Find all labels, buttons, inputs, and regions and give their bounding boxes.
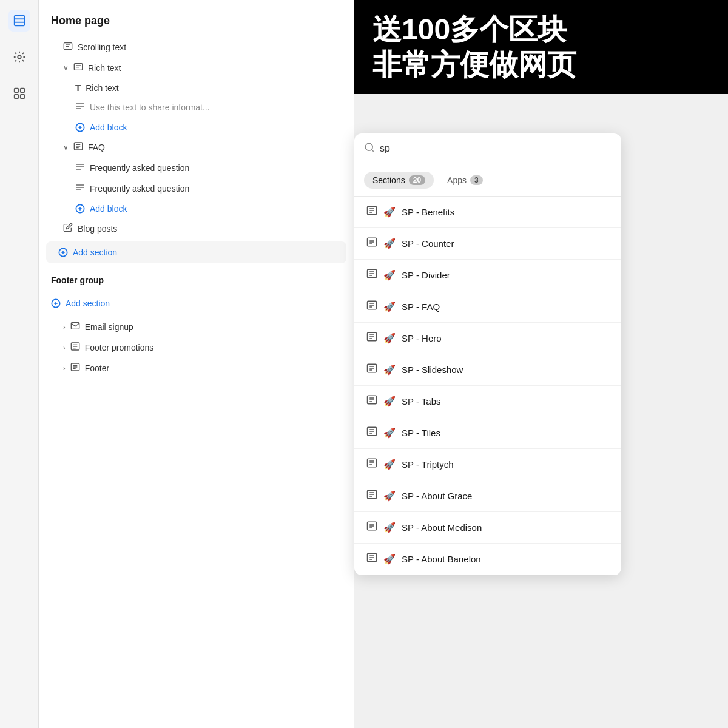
result-label: SP - Tiles	[402, 428, 440, 438]
email-signup-chevron: ›	[63, 323, 66, 331]
faq-chevron: ∨	[63, 143, 69, 152]
result-emoji: 🚀	[383, 396, 396, 407]
tab-apps[interactable]: Apps 3	[439, 172, 491, 189]
tab-apps-badge: 3	[470, 175, 483, 185]
result-item[interactable]: 🚀 SP - Triptych	[354, 449, 621, 480]
tree-item-footer-promotions[interactable]: › Footer promotions	[39, 337, 354, 358]
result-section-icon	[366, 331, 377, 345]
result-label: SP - Hero	[402, 333, 442, 343]
tree-item-rich-text-parent[interactable]: ∨ Rich text	[39, 58, 354, 78]
result-section-icon	[366, 552, 377, 566]
email-signup-icon	[70, 321, 80, 333]
svg-line-49	[371, 149, 373, 151]
result-section-icon	[366, 300, 377, 314]
result-section-icon	[366, 489, 377, 503]
faq-q1-label: Frequently asked question	[90, 163, 189, 173]
add-section-footer-label: Add section	[66, 298, 110, 308]
rich-text-parent-label: Rich text	[88, 63, 121, 73]
results-list: 🚀 SP - Benefits 🚀 SP - Counter 🚀 SP - Di…	[354, 197, 621, 575]
footer-promotions-icon	[70, 342, 80, 354]
result-emoji: 🚀	[383, 206, 396, 218]
sidebar-icon-layers[interactable]	[8, 10, 30, 32]
result-item[interactable]: 🚀 SP - About Medison	[354, 512, 621, 544]
footer-icon	[70, 362, 80, 374]
blog-posts-icon	[63, 223, 73, 235]
page-title: Home page	[39, 10, 354, 37]
tree-item-scrolling-text[interactable]: Scrolling text	[39, 37, 354, 58]
sidebar-icon-apps[interactable]	[8, 83, 30, 104]
add-block-faq-btn[interactable]: Add block	[39, 199, 354, 218]
result-label: SP - Triptych	[402, 459, 454, 470]
svg-rect-0	[14, 16, 24, 26]
result-item[interactable]: 🚀 SP - Tiles	[354, 417, 621, 449]
tab-apps-label: Apps	[447, 175, 467, 185]
add-block-faq-label: Add block	[90, 204, 127, 214]
tree-item-rich-text-desc[interactable]: Use this text to share informat...	[39, 97, 354, 118]
result-emoji: 🚀	[383, 427, 396, 439]
rich-text-parent-icon	[73, 62, 83, 74]
result-section-icon	[366, 237, 377, 251]
left-panel: Home page Scrolling text ∨ Rich text T R…	[39, 0, 354, 728]
svg-rect-4	[14, 89, 18, 92]
result-section-icon	[366, 268, 377, 282]
result-emoji: 🚀	[383, 490, 396, 502]
result-item[interactable]: 🚀 SP - FAQ	[354, 291, 621, 323]
scrolling-text-icon	[63, 41, 73, 53]
result-label: SP - Divider	[402, 270, 450, 280]
result-section-icon	[366, 426, 377, 440]
tree-item-rich-text-t[interactable]: T Rich text	[39, 78, 354, 97]
footer-promotions-label: Footer promotions	[85, 343, 154, 352]
add-section-footer-btn[interactable]: Add section	[39, 292, 346, 314]
add-section-home-label: Add section	[73, 248, 117, 257]
search-input[interactable]	[380, 143, 612, 154]
banner-line2: 非常方便做网页	[372, 47, 710, 83]
result-section-icon	[366, 457, 377, 471]
result-section-icon	[366, 205, 377, 219]
result-item[interactable]: 🚀 SP - Counter	[354, 228, 621, 260]
email-signup-label: Email signup	[85, 322, 133, 332]
footer-promotions-chevron: ›	[63, 344, 66, 351]
result-item[interactable]: 🚀 SP - Tabs	[354, 386, 621, 417]
result-label: SP - Tabs	[402, 396, 440, 406]
result-item[interactable]: 🚀 SP - About Banelon	[354, 544, 621, 575]
tree-item-blog-posts[interactable]: Blog posts	[39, 218, 354, 239]
faq-q2-label: Frequently asked question	[90, 184, 189, 194]
result-item[interactable]: 🚀 SP - About Grace	[354, 480, 621, 512]
sidebar-icon-settings[interactable]	[8, 46, 30, 68]
result-label: SP - FAQ	[402, 302, 440, 312]
result-section-icon	[366, 363, 377, 377]
result-emoji: 🚀	[383, 459, 396, 470]
tree-item-email-signup[interactable]: › Email signup	[39, 317, 354, 337]
result-label: SP - About Medison	[402, 522, 482, 533]
tree-item-faq-parent[interactable]: ∨ FAQ	[39, 137, 354, 158]
blog-posts-label: Blog posts	[78, 224, 117, 234]
tree-item-faq-q2[interactable]: Frequently asked question	[39, 178, 354, 199]
add-section-home-btn[interactable]: Add section	[46, 241, 346, 263]
faq-q1-icon	[75, 162, 85, 174]
add-block-rich-label: Add block	[90, 123, 127, 132]
faq-q2-icon	[75, 183, 85, 195]
result-item[interactable]: 🚀 SP - Hero	[354, 323, 621, 354]
result-label: SP - Slideshow	[402, 365, 463, 375]
result-section-icon	[366, 521, 377, 534]
rich-text-desc-icon	[75, 101, 85, 113]
result-label: SP - About Grace	[402, 491, 472, 501]
tab-sections[interactable]: Sections 20	[364, 172, 434, 189]
tree-item-footer[interactable]: › Footer	[39, 358, 354, 379]
result-label: SP - Counter	[402, 238, 454, 249]
result-emoji: 🚀	[383, 332, 396, 344]
result-emoji: 🚀	[383, 553, 396, 565]
add-block-rich-btn[interactable]: Add block	[39, 118, 354, 137]
scrolling-text-label: Scrolling text	[78, 42, 126, 52]
result-item[interactable]: 🚀 SP - Slideshow	[354, 354, 621, 386]
svg-rect-6	[14, 95, 18, 98]
svg-rect-7	[20, 95, 24, 98]
tab-sections-label: Sections	[372, 175, 405, 185]
svg-point-48	[365, 143, 372, 150]
rich-text-desc-label: Use this text to share informat...	[90, 103, 210, 112]
tabs-row: Sections 20 Apps 3	[354, 164, 621, 197]
result-item[interactable]: 🚀 SP - Divider	[354, 260, 621, 291]
result-item[interactable]: 🚀 SP - Benefits	[354, 197, 621, 228]
tree-item-faq-q1[interactable]: Frequently asked question	[39, 158, 354, 178]
svg-rect-5	[20, 89, 24, 92]
